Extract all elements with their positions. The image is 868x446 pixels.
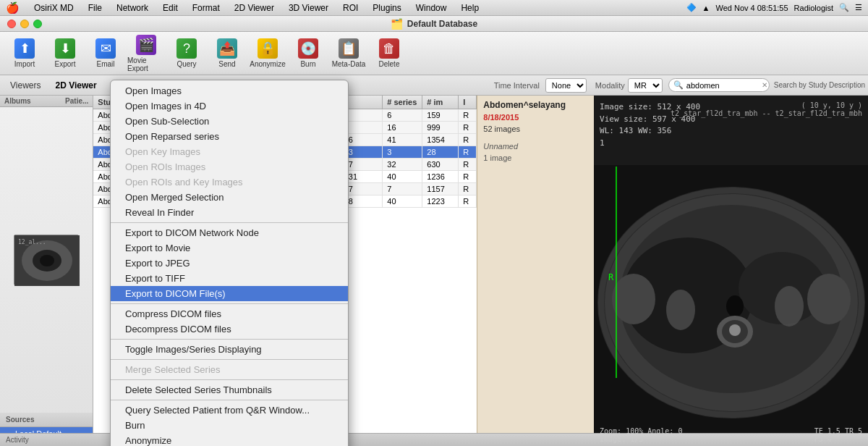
te-text: TE 1.5 TR 5 [814,427,862,435]
menu-export-movie[interactable]: Export to Movie [111,240,348,256]
search-by-label: Search by Study Description [774,81,865,89]
send-button[interactable]: 📤 Send [208,35,246,72]
send-icon: 📤 [217,38,237,59]
menu-toggle-displaying[interactable]: Toggle Images/Series Displaying [111,342,348,357]
maximize-button[interactable] [33,20,42,28]
email-button[interactable]: ✉ Email [87,35,124,72]
menu-export-tiff[interactable]: Export to TIFF [111,271,348,286]
menu-query-patient[interactable]: Query Selected Patient from Q&R Window..… [111,403,348,418]
menu-burn[interactable]: Burn [111,418,348,433]
menu-roi[interactable]: ROI [340,2,361,14]
menu-help[interactable]: Help [458,2,482,14]
query-icon: ? [176,38,197,59]
cell-images: 159 [422,109,459,121]
sources-section: Sources [0,413,93,427]
2dviewer-tab[interactable]: 2D Viewer [48,78,103,93]
patient-one-image: 1 image [483,153,588,162]
menu-export-dicom-network[interactable]: Export to DICOM Network Node [111,225,348,240]
menu-separator-5 [111,379,348,380]
context-menu: Open Images Open Images in 4D Open Sub-S… [110,80,349,446]
cell-series: 16 [383,122,422,133]
search-input[interactable] [686,81,759,90]
cell-flag: R [459,122,477,133]
import-button[interactable]: ⬆ Import [6,35,43,72]
menu-export-dicom-files[interactable]: Export to DICOM File(s) [111,286,348,301]
cell-flag: R [459,195,477,207]
menu-open-key-images: Open Key Images [111,144,348,159]
menu-open-images-4d[interactable]: Open Images in 4D [111,98,348,114]
burn-icon: 💿 [298,38,318,59]
menu-open-merged[interactable]: Open Merged Selection [111,190,348,205]
zoom-text: Zoom: 100% Angle: 0 [600,427,682,435]
close-button[interactable] [7,20,16,28]
delete-button[interactable]: 🗑 Delete [370,35,408,72]
cell-flag: R [459,183,477,195]
col-images[interactable]: # im [422,96,459,109]
search-box[interactable]: 🔍 ✕ [668,78,770,92]
menu-open-reparsed[interactable]: Open Reparsed series [111,129,348,144]
menu-separator-3 [111,339,348,340]
menubar-list-icon[interactable]: ☰ [855,3,862,12]
menu-file[interactable]: File [85,2,105,14]
menu-2dviewer[interactable]: 2D Viewer [231,2,277,14]
menu-network[interactable]: Network [114,2,151,14]
menubar-right: 🔷 ▲ Wed Nov 4 08:51:55 Radiologist 🔍 ☰ [686,3,862,12]
crosshair-line [616,167,617,379]
r-orientation-label: R [608,272,613,282]
menu-merge-series: Merge Selected Series [111,362,348,377]
menu-3dviewer[interactable]: 3D Viewer [286,2,331,14]
col-flag[interactable]: I [459,96,477,109]
menu-delete-thumbnails[interactable]: Delete Selected Series Thumbnails [111,382,348,397]
search-clear-icon[interactable]: ✕ [762,81,767,89]
menu-open-sub-selection[interactable]: Open Sub-Selection [111,114,348,129]
time-interval-label: Time Interval [494,81,540,90]
anonymize-button[interactable]: 🔒 Anonymize [249,35,286,72]
menu-decompress-dicom[interactable]: Decompress DICOM files [111,321,348,337]
col-series[interactable]: # series [383,96,422,109]
mr-select[interactable]: MR [628,78,663,93]
burn-button[interactable]: 💿 Burn [289,35,327,72]
menu-compress-dicom[interactable]: Compress DICOM files [111,306,348,321]
menu-open-images[interactable]: Open Images [111,83,348,98]
menubar-time: Wed Nov 4 08:51:55 [715,4,788,12]
cell-images: 1223 [422,195,459,207]
frame-text: 1 [600,138,700,150]
sidebar-header: Albums Patie... [0,96,93,107]
apple-menu[interactable]: 🍎 [6,1,20,14]
menu-separator-4 [111,359,348,360]
menu-window[interactable]: Window [413,2,450,14]
cell-series: 32 [383,159,422,170]
cell-series: 40 [383,171,422,182]
metadata-button[interactable]: 📋 Meta-Data [330,35,367,72]
metadata-icon: 📋 [339,38,359,59]
cell-images: 1236 [422,171,459,182]
menu-edit[interactable]: Edit [160,2,181,14]
viewers-tab[interactable]: Viewers [3,78,48,93]
sidebar: Albums Patie... 12_al... Sources ▼ Local… [0,96,93,446]
svg-point-17 [807,274,851,324]
minimize-button[interactable] [20,20,29,28]
mri-scan-image [594,151,868,446]
cell-series: 7 [383,183,422,195]
thumbnail-area: 12_al... [0,107,93,413]
menubar-search-icon[interactable]: 🔍 [839,3,849,12]
patient-unnamed: Unnamed [483,142,588,151]
modality-label: Modality [595,81,625,90]
preview-bottom-right: TE 1.5 TR 5 FS 4 [814,427,862,443]
cell-flag: R [459,171,477,182]
query-button[interactable]: ? Query [168,35,205,72]
export-button[interactable]: ⬇ Export [46,35,84,72]
cell-series: 41 [383,134,422,146]
menu-plugins[interactable]: Plugins [370,2,404,14]
menu-format[interactable]: Format [190,2,223,14]
menu-reveal-finder[interactable]: Reveal In Finder [111,205,348,220]
search-icon: 🔍 [673,80,684,90]
menu-anonymize[interactable]: Anonymize [111,433,348,446]
thumbnail-image: 12_al... [14,235,79,285]
menu-export-jpeg[interactable]: Export to JPEG [111,256,348,271]
window-title: 🗂️ Default Database [391,18,477,30]
movie-export-button[interactable]: 🎬 Movie Export [127,35,165,72]
none-select[interactable]: None [545,78,587,93]
patient-name: Abdomen^selayang [483,100,588,110]
menu-osirix[interactable]: OsiriX MD [31,2,77,14]
